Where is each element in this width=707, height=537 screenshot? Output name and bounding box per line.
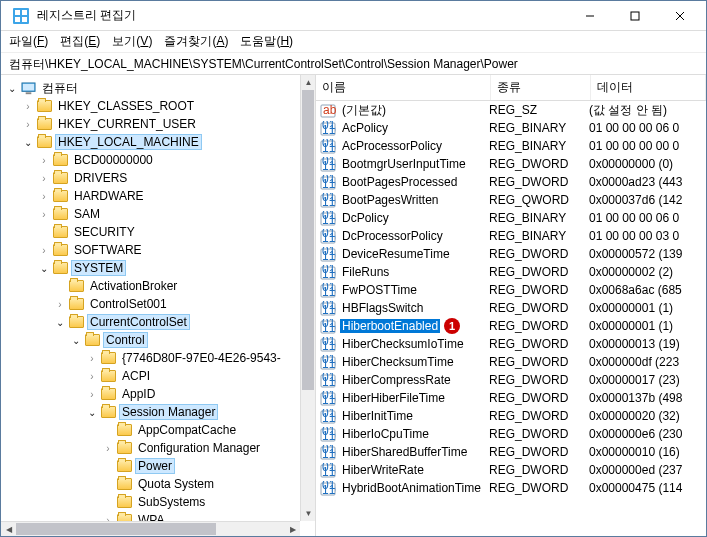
tree-label: ACPI [120, 369, 152, 383]
computer-icon [21, 82, 36, 95]
chevron-right-icon[interactable]: › [85, 369, 99, 383]
scroll-up-icon[interactable]: ▲ [301, 75, 316, 90]
tree-item-bcd[interactable]: ›BCD00000000 [1, 151, 315, 169]
chevron-right-icon[interactable]: › [85, 387, 99, 401]
string-value-icon: ab [320, 103, 336, 118]
tree-item-security[interactable]: SECURITY [1, 223, 315, 241]
tree-item-root[interactable]: ⌄컴퓨터 [1, 79, 315, 97]
menu-view[interactable]: 보기(V) [112, 33, 152, 50]
value-data: 01 00 00 00 06 0 [589, 121, 706, 135]
list-row[interactable]: 011110DcProcessorPolicyREG_BINARY01 00 0… [316, 227, 706, 245]
list-row[interactable]: 011110HiberChecksumIoTimeREG_DWORD0x0000… [316, 335, 706, 353]
maximize-button[interactable] [612, 2, 657, 30]
tree-label: SubSystems [136, 495, 207, 509]
list-row[interactable]: 011110DeviceResumeTimeREG_DWORD0x0000057… [316, 245, 706, 263]
list-row[interactable]: 011110HiberInitTimeREG_DWORD0x00000020 (… [316, 407, 706, 425]
value-name: AcPolicy [340, 121, 390, 135]
col-header-name[interactable]: 이름 [316, 75, 491, 100]
tree-item-control[interactable]: ⌄Control [1, 331, 315, 349]
scroll-thumb[interactable] [302, 90, 314, 390]
list-row[interactable]: 011110HiberChecksumTimeREG_DWORD0x000000… [316, 353, 706, 371]
chevron-right-icon[interactable]: › [37, 171, 51, 185]
tree-label: SECURITY [72, 225, 137, 239]
chevron-down-icon[interactable]: ⌄ [37, 261, 51, 275]
menu-favorites[interactable]: 즐겨찾기(A) [164, 33, 228, 50]
list-row[interactable]: 011110BootmgrUserInputTimeREG_DWORD0x000… [316, 155, 706, 173]
chevron-right-icon[interactable]: › [21, 117, 35, 131]
tree-item-drivers[interactable]: ›DRIVERS [1, 169, 315, 187]
arrow-spacer [101, 495, 115, 509]
tree-item-quotasystem[interactable]: Quota System [1, 475, 315, 493]
tree-item-currentcontrolset[interactable]: ⌄CurrentControlSet [1, 313, 315, 331]
list-row[interactable]: 011110FileRunsREG_DWORD0x00000002 (2) [316, 263, 706, 281]
list-row[interactable]: 011110HiberSharedBufferTimeREG_DWORD0x00… [316, 443, 706, 461]
chevron-down-icon[interactable]: ⌄ [5, 81, 19, 95]
tree-item-hkcu[interactable]: ›HKEY_CURRENT_USER [1, 115, 315, 133]
tree-scrollbar-vertical[interactable]: ▲ ▼ [300, 75, 315, 521]
list-row[interactable]: 011110FwPOSTTimeREG_DWORD0x0068a6ac (685 [316, 281, 706, 299]
list-row[interactable]: 011110DcPolicyREG_BINARY01 00 00 00 06 0 [316, 209, 706, 227]
chevron-down-icon[interactable]: ⌄ [53, 315, 67, 329]
list-row[interactable]: 011110HybridBootAnimationTimeREG_DWORD0x… [316, 479, 706, 497]
scroll-left-icon[interactable]: ◀ [1, 522, 16, 536]
chevron-down-icon[interactable]: ⌄ [85, 405, 99, 419]
tree-item-sam[interactable]: ›SAM [1, 205, 315, 223]
tree-item-hklm[interactable]: ⌄HKEY_LOCAL_MACHINE [1, 133, 315, 151]
chevron-down-icon[interactable]: ⌄ [21, 135, 35, 149]
tree-item-controlset001[interactable]: ›ControlSet001 [1, 295, 315, 313]
value-type: REG_BINARY [489, 211, 589, 225]
list-row[interactable]: 011110AcProcessorPolicyREG_BINARY01 00 0… [316, 137, 706, 155]
chevron-right-icon[interactable]: › [37, 207, 51, 221]
list-row[interactable]: 011110HBFlagsSwitchREG_DWORD0x00000001 (… [316, 299, 706, 317]
folder-icon [53, 226, 68, 238]
address-bar[interactable]: 컴퓨터\HKEY_LOCAL_MACHINE\SYSTEM\CurrentCon… [1, 53, 706, 75]
col-header-type[interactable]: 종류 [491, 75, 591, 100]
tree-item-sessionmanager[interactable]: ⌄Session Manager [1, 403, 315, 421]
scroll-right-icon[interactable]: ▶ [285, 522, 300, 536]
list-row[interactable]: 011110HiberWriteRateREG_DWORD0x000000ed … [316, 461, 706, 479]
chevron-right-icon[interactable]: › [101, 441, 115, 455]
tree-item-acpi[interactable]: ›ACPI [1, 367, 315, 385]
tree-pane[interactable]: ⌄컴퓨터›HKEY_CLASSES_ROOT›HKEY_CURRENT_USER… [1, 75, 316, 536]
tree-item-activationbroker[interactable]: ActivationBroker [1, 277, 315, 295]
tree-item-power[interactable]: Power [1, 457, 315, 475]
list-row[interactable]: 011110HiberIoCpuTimeREG_DWORD0x000000e6 … [316, 425, 706, 443]
close-button[interactable] [657, 2, 702, 30]
tree-item-hardware[interactable]: ›HARDWARE [1, 187, 315, 205]
binary-value-icon: 011110 [320, 463, 336, 478]
chevron-right-icon[interactable]: › [85, 351, 99, 365]
list-row[interactable]: 011110AcPolicyREG_BINARY01 00 00 00 06 0 [316, 119, 706, 137]
tree-item-appid[interactable]: ›AppID [1, 385, 315, 403]
menu-help[interactable]: 도움말(H) [240, 33, 293, 50]
chevron-right-icon[interactable]: › [37, 189, 51, 203]
value-type: REG_DWORD [489, 337, 589, 351]
value-type: REG_QWORD [489, 193, 589, 207]
tree-item-appcompatcache[interactable]: AppCompatCache [1, 421, 315, 439]
list-row[interactable]: ab(기본값)REG_SZ(값 설정 안 됨) [316, 101, 706, 119]
list-row[interactable]: 011110HiberbootEnabled1REG_DWORD0x000000… [316, 317, 706, 335]
col-header-data[interactable]: 데이터 [591, 75, 706, 100]
tree-item-guid[interactable]: ›{7746D80F-97E0-4E26-9543- [1, 349, 315, 367]
list-row[interactable]: 011110BootPagesWrittenREG_QWORD0x000037d… [316, 191, 706, 209]
menu-file[interactable]: 파일(F) [9, 33, 48, 50]
value-type: REG_DWORD [489, 247, 589, 261]
tree-item-hkcr[interactable]: ›HKEY_CLASSES_ROOT [1, 97, 315, 115]
scroll-down-icon[interactable]: ▼ [301, 506, 316, 521]
chevron-right-icon[interactable]: › [37, 153, 51, 167]
chevron-right-icon[interactable]: › [53, 297, 67, 311]
tree-item-subsystems[interactable]: SubSystems [1, 493, 315, 511]
list-row[interactable]: 011110HiberHiberFileTimeREG_DWORD0x00001… [316, 389, 706, 407]
list-row[interactable]: 011110HiberCompressRateREG_DWORD0x000000… [316, 371, 706, 389]
chevron-right-icon[interactable]: › [37, 243, 51, 257]
tree-item-software[interactable]: ›SOFTWARE [1, 241, 315, 259]
scroll-thumb[interactable] [16, 523, 216, 535]
list-row[interactable]: 011110BootPagesProcessedREG_DWORD0x0000a… [316, 173, 706, 191]
chevron-down-icon[interactable]: ⌄ [69, 333, 83, 347]
tree-item-configurationmanager[interactable]: ›Configuration Manager [1, 439, 315, 457]
menu-edit[interactable]: 편집(E) [60, 33, 100, 50]
tree-item-system[interactable]: ⌄SYSTEM [1, 259, 315, 277]
chevron-right-icon[interactable]: › [21, 99, 35, 113]
list-pane[interactable]: 이름 종류 데이터 ab(기본값)REG_SZ(값 설정 안 됨)011110A… [316, 75, 706, 536]
tree-scrollbar-horizontal[interactable]: ◀ ▶ [1, 521, 300, 536]
minimize-button[interactable] [567, 2, 612, 30]
